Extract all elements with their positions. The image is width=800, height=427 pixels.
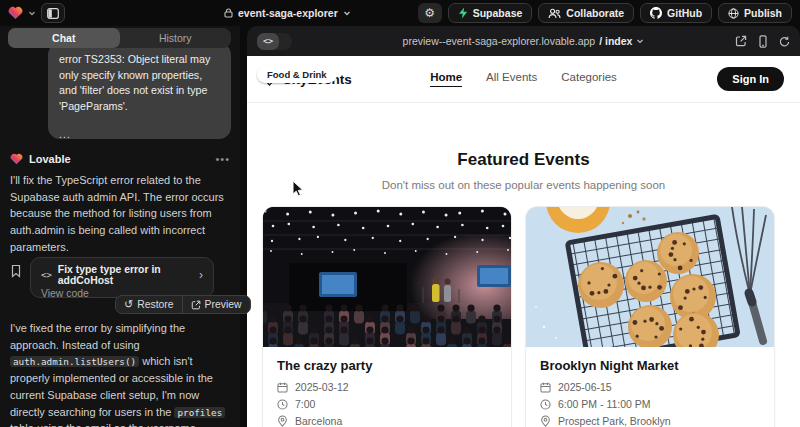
people-icon (548, 8, 561, 19)
user-error-message: error TS2353: Object literal may only sp… (48, 43, 231, 139)
calendar-icon (540, 382, 551, 393)
event-date-row: 2025-06-15 (540, 381, 760, 393)
app-window: event-saga-explorer ⚙ Supabase Collabora… (0, 0, 800, 427)
version-card-title: Fix type type error in addCoHost (58, 264, 193, 286)
event-time-row: 6:00 PM - 11:00 PM (540, 398, 760, 410)
restore-button[interactable]: ↺ Restore (116, 296, 182, 313)
sign-in-button[interactable]: Sign In (717, 67, 784, 91)
url-chevron-down-icon (636, 37, 644, 45)
assistant-message-1: I'll fix the TypeScript error related to… (10, 172, 227, 256)
lovable-logo-heart-icon[interactable] (8, 4, 23, 23)
message-more-ellipsis[interactable]: ... (59, 127, 220, 143)
error-text: error TS2353: Object literal may only sp… (59, 52, 220, 114)
globe-icon (728, 8, 739, 19)
sidebar-toggle-icon[interactable] (41, 3, 65, 23)
event-title: Brooklyn Night Market (540, 358, 760, 373)
workspace-chevron-down-icon[interactable] (28, 4, 36, 23)
refresh-icon[interactable] (779, 36, 790, 47)
pin-icon (540, 415, 551, 427)
preview-button[interactable]: Preview (183, 296, 250, 313)
event-date-row: 2025-03-12 (277, 381, 497, 393)
event-card-crazy-party[interactable]: Arts The crazy party 2025-03-12 7:00 (262, 206, 512, 427)
open-in-new-tab-icon[interactable] (735, 35, 747, 47)
pin-icon (277, 415, 288, 427)
version-actions: ↺ Restore Preview (115, 295, 251, 314)
github-button[interactable]: GitHub (640, 3, 712, 23)
assistant-message-2: I've fixed the error by simplifying the … (10, 320, 227, 427)
inline-code: auth.admin.listUsers() (10, 356, 139, 367)
clock-icon (277, 399, 288, 410)
open-preview-icon (191, 300, 201, 310)
inline-code: profiles (174, 407, 225, 418)
supabase-bolt-icon (458, 7, 468, 19)
project-chevron-down-icon (343, 9, 351, 17)
preview-panel: <> preview--event-saga-explorer.lovable.… (247, 26, 800, 427)
preview-url[interactable]: preview--event-saga-explorer.lovable.app… (247, 35, 800, 47)
chat-sidebar: Chat History error TS2353: Object litera… (0, 26, 240, 427)
event-location-row: Barcelona (277, 415, 497, 427)
assistant-header: Lovable ••• (10, 153, 230, 165)
lovable-heart-icon (10, 153, 23, 165)
calendar-icon (277, 382, 288, 393)
chevron-right-icon: › (199, 268, 203, 282)
event-image-cookies (526, 207, 774, 347)
github-icon (650, 7, 662, 19)
publish-button[interactable]: Publish (718, 3, 792, 23)
event-image-conference (263, 207, 511, 347)
section-title: Featured Events (247, 150, 800, 170)
nav-home[interactable]: Home (430, 71, 462, 87)
event-location-row: Prospect Park, Brooklyn (540, 415, 760, 427)
project-name: event-saga-explorer (238, 7, 338, 19)
nav-categories[interactable]: Categories (561, 71, 617, 87)
code-icon: <> (41, 270, 52, 280)
webpage: CityEvents Home All Events Categories Si… (247, 56, 800, 427)
tab-chat[interactable]: Chat (8, 28, 120, 48)
event-title: The crazy party (277, 358, 497, 373)
preview-url-bar: <> preview--event-saga-explorer.lovable.… (247, 26, 800, 56)
section-subtitle: Don't miss out on these popular events h… (247, 179, 800, 191)
chat-history-tabs: Chat History (8, 28, 231, 48)
message-menu-icon[interactable]: ••• (215, 153, 230, 165)
nav-all-events[interactable]: All Events (486, 71, 537, 87)
top-bar: event-saga-explorer ⚙ Supabase Collabora… (0, 0, 800, 26)
restore-icon: ↺ (124, 298, 133, 311)
clock-icon (540, 399, 551, 410)
version-card[interactable]: <> Fix type type error in addCoHost › Vi… (30, 257, 214, 298)
event-cards-row: Arts The crazy party 2025-03-12 7:00 (247, 206, 800, 427)
settings-gear-icon[interactable]: ⚙ (418, 3, 442, 23)
event-card-night-market[interactable]: Food & Drink Brooklyn Night Market 2025-… (525, 206, 775, 427)
project-name-menu[interactable]: event-saga-explorer (224, 7, 351, 19)
supabase-button[interactable]: Supabase (448, 3, 533, 23)
assistant-name: Lovable (29, 153, 71, 165)
bookmark-icon[interactable] (10, 264, 22, 282)
event-time-row: 7:00 (277, 398, 497, 410)
collaborate-button[interactable]: Collaborate (538, 3, 634, 23)
mobile-view-icon[interactable] (758, 35, 768, 48)
lock-icon (224, 8, 233, 18)
tab-history[interactable]: History (120, 28, 232, 48)
